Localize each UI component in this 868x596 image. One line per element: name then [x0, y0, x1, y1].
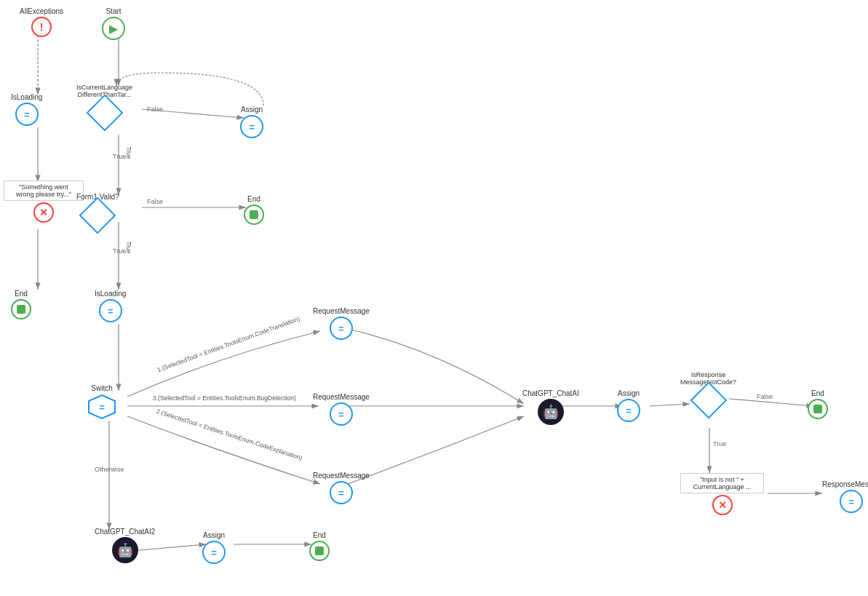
isloading1-label: IsLoading [11, 93, 42, 101]
equals-icon-1: = [24, 109, 30, 120]
inputisnot-label: "Input is not " +CurrentLanguage ... [680, 473, 764, 493]
chatgpt2-label: ChatGPT_ChatAI2 [95, 528, 155, 536]
chatgpt1-node: ChatGPT_ChatAI 🤖 [522, 389, 579, 425]
inputisnot-node: "Input is not " +CurrentLanguage ... ✕ [680, 473, 764, 515]
end1-label: End [247, 195, 260, 203]
end2-node: End [11, 290, 31, 319]
equals-icon-6: = [626, 405, 632, 416]
form1valid-node: Form1.Valid? [76, 193, 119, 229]
start-label: Start [105, 7, 121, 15]
requestmsg1-node: RequestMessage = [313, 307, 370, 340]
true-label-3: True [713, 440, 726, 448]
inputisnot-icon[interactable]: ✕ [712, 495, 733, 515]
requestmsg3-node: RequestMessage = [313, 472, 370, 504]
false-label-3: False [757, 393, 773, 400]
requestmsg2-label: RequestMessage [313, 393, 370, 401]
false-label-2: False [147, 198, 163, 205]
end2-label: End [15, 290, 28, 298]
assign2-label: Assign [618, 389, 640, 397]
assign1-icon[interactable]: = [240, 115, 263, 138]
equals-icon-4: = [338, 323, 344, 334]
equals-icon-3: = [108, 306, 114, 317]
assign1-label: Assign [241, 106, 263, 114]
chatgpt2-node: ChatGPT_ChatAI2 🤖 [95, 528, 155, 563]
isloading1-node: IsLoading = [11, 93, 42, 126]
equals-icon-2: = [249, 122, 255, 132]
responsemsg-icon[interactable]: = [840, 490, 863, 513]
switch-case-2: 3.(SelectedTool = Entities.ToolsEnum.Bug… [153, 394, 296, 402]
iscurrentlang-node: IsCurrentLanguageDifferentThanTar... [76, 84, 132, 126]
true-label-cur: True [125, 146, 132, 159]
switch-case-1: 1.(SelectedTool = Entities.ToolsEnum.Cod… [156, 315, 301, 373]
requestmsg1-icon[interactable]: = [330, 317, 353, 340]
equals-icon-7: = [338, 488, 344, 498]
play-icon: ▶ [109, 22, 118, 36]
isresponse-node: IsResponseMessageNotCode? [680, 371, 736, 413]
error-x-icon[interactable]: ✕ [33, 202, 54, 223]
responsemsg-node: ResponseMessag = [822, 480, 868, 513]
end1-node: End [244, 195, 264, 225]
end2-icon[interactable] [11, 299, 31, 319]
end3-icon[interactable] [808, 399, 828, 419]
equals-icon-9: = [211, 547, 217, 558]
isloading1-icon[interactable]: = [15, 103, 39, 126]
switch-icon[interactable]: = [87, 394, 116, 420]
requestmsg2-icon[interactable]: = [330, 402, 353, 426]
all-exceptions-node: AllExceptions ! [20, 7, 63, 37]
switch-label: Switch [91, 384, 112, 392]
end4-icon[interactable] [309, 541, 330, 561]
svg-text:=: = [99, 402, 105, 413]
isloading2-icon[interactable]: = [99, 299, 122, 322]
true-label-form: True [125, 241, 132, 253]
assign3-icon[interactable]: = [202, 541, 226, 564]
start-icon[interactable]: ▶ [102, 17, 125, 40]
error-msg-label: "Something wentwrong please try..." [4, 180, 84, 201]
switch-case-3: 2.(SelectedTool = Entities.ToolsEnum.Cod… [156, 408, 303, 462]
all-exceptions-label: AllExceptions [20, 7, 63, 15]
requestmsg2-node: RequestMessage = [313, 393, 370, 426]
isresponse-icon[interactable] [696, 387, 722, 413]
end3-label: End [811, 389, 824, 397]
error-msg-node: "Something wentwrong please try..." ✕ [4, 180, 84, 223]
isloading2-node: IsLoading = [95, 290, 126, 322]
requestmsg1-label: RequestMessage [313, 307, 370, 315]
assign1-node: Assign = [240, 106, 263, 138]
requestmsg3-icon[interactable]: = [330, 481, 353, 504]
end3-node: End [808, 389, 828, 419]
all-exceptions-icon[interactable]: ! [31, 17, 52, 37]
iscurrentlang-icon[interactable] [92, 100, 118, 126]
chatgpt1-label: ChatGPT_ChatAI [522, 389, 579, 397]
chatgpt1-icon[interactable]: 🤖 [538, 399, 564, 425]
assign2-node: Assign = [617, 389, 640, 422]
assign2-icon[interactable]: = [617, 399, 640, 422]
true-label-2: True [113, 247, 126, 255]
end1-icon[interactable] [244, 204, 264, 225]
responsemsg-label: ResponseMessag [822, 480, 868, 488]
start-node: Start ▶ [102, 7, 125, 40]
true-label-1: True [113, 153, 126, 160]
otherwise-label: Otherwise [95, 466, 124, 473]
workflow-canvas: False True False True False True Otherwi… [0, 0, 868, 596]
isloading2-label: IsLoading [95, 290, 126, 298]
form1valid-icon[interactable] [84, 202, 111, 229]
assign3-node: Assign = [202, 531, 226, 564]
assign3-label: Assign [203, 531, 225, 539]
end4-node: End [309, 531, 330, 561]
equals-icon-8: = [848, 496, 854, 507]
end4-label: End [313, 531, 326, 539]
equals-icon-5: = [338, 409, 344, 420]
switch-node: Switch = [87, 384, 116, 420]
chatgpt2-icon[interactable]: 🤖 [112, 537, 138, 563]
false-label-1: False [147, 106, 163, 113]
requestmsg3-label: RequestMessage [313, 472, 370, 480]
